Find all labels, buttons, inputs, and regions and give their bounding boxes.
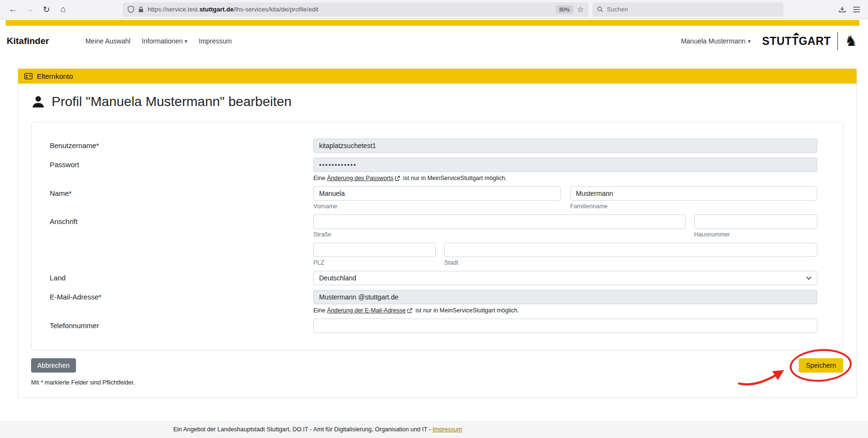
form-row-country: Land Deutschland [50, 271, 817, 285]
email-label: E-Mail-Adresse* [50, 290, 313, 314]
nav-item-impressum[interactable]: Impressum [199, 37, 232, 45]
zip-caption: PLZ [313, 259, 436, 266]
stuttgart-logo[interactable]: STUTTGART ♞ [762, 32, 857, 50]
phone-input[interactable] [313, 319, 817, 333]
lock-icon [138, 6, 144, 13]
elternkonto-card: Elternkonto Profil "Manuela Mustermann" … [18, 68, 857, 398]
housenumber-input[interactable] [694, 214, 817, 229]
card-header-title: Elternkonto [37, 72, 73, 80]
footer-text: Ein Angebot der Landeshauptstadt Stuttga… [173, 426, 433, 433]
home-icon: ⌂ [61, 4, 66, 14]
zoom-indicator[interactable]: 80% [556, 5, 573, 14]
required-fields-note: Mit * markierte Felder sind Pflichtfelde… [31, 379, 843, 386]
card-header: Elternkonto [18, 69, 857, 84]
profile-form: Benutzername* Passwort Eine Änderung des… [31, 122, 843, 351]
url-prefix: https://service.test. [148, 6, 199, 13]
country-select[interactable]: Deutschland [313, 271, 817, 285]
menu-icon[interactable] [853, 6, 860, 13]
search-input[interactable] [607, 6, 779, 13]
username-label: Benutzername* [50, 139, 313, 153]
chevron-down-icon [806, 276, 812, 280]
username-input [313, 139, 817, 153]
form-row-email: E-Mail-Adresse* Eine Änderung der E-Mail… [50, 290, 817, 314]
password-hint-suffix: ist nur in MeinServiceStuttgart möglich. [401, 175, 506, 182]
nav-item-label: Informationen [142, 37, 183, 45]
footer-impressum-link[interactable]: Impressum [433, 426, 462, 433]
firstname-input[interactable] [313, 186, 561, 201]
city-input[interactable] [444, 243, 817, 257]
address-label: Anschrift [50, 214, 313, 266]
nav-item-informationen[interactable]: Informationen▾ [142, 37, 187, 45]
person-icon [31, 95, 45, 109]
forward-button[interactable]: → [22, 2, 37, 17]
firstname-caption: Vorname [313, 203, 561, 210]
chevron-down-icon: ▾ [748, 38, 751, 44]
save-button-area: Speichern [799, 358, 843, 373]
city-caption: Stadt [444, 259, 817, 266]
name-label: Name* [50, 186, 313, 210]
search-bar[interactable] [592, 2, 783, 17]
user-menu[interactable]: Manuela Mustermann▾ [681, 37, 750, 45]
site-navbar: Kitafinder Meine Auswahl Informationen▾ … [0, 26, 868, 56]
footer-text-container: Ein Angebot der Landeshauptstadt Stuttga… [0, 426, 635, 433]
reload-icon: ↻ [43, 4, 50, 15]
home-button[interactable]: ⌂ [56, 2, 70, 17]
page-title: Profil "Manuela Mustermann" bearbeiten [31, 94, 843, 109]
password-change-link[interactable]: Änderung des Passworts [327, 175, 394, 182]
nav-links: Meine Auswahl Informationen▾ Impressum [86, 37, 232, 45]
country-label: Land [50, 271, 313, 285]
password-input [313, 158, 817, 172]
user-name: Manuela Mustermann [681, 37, 745, 45]
email-hint-prefix: Eine [313, 307, 327, 314]
url-path: /lhs-services/kita/de/profile/edit [234, 6, 319, 13]
cancel-button[interactable]: Abbrechen [31, 358, 76, 373]
card-body: Profil "Manuela Mustermann" bearbeiten B… [18, 84, 857, 397]
star-icon: ☆ [577, 5, 584, 13]
street-input[interactable] [313, 214, 686, 229]
search-icon [597, 6, 603, 12]
main-content: Elternkonto Profil "Manuela Mustermann" … [0, 56, 868, 398]
email-hint-suffix: ist nur in MeinServiceStuttgart möglich. [414, 307, 519, 314]
form-row-name: Name* Vorname Familienname [50, 186, 817, 210]
id-card-icon [24, 73, 32, 79]
form-row-address: Anschrift Straße Hausnummer [50, 214, 817, 266]
form-row-username: Benutzername* [50, 139, 817, 153]
stuttgart-logo-mark [793, 32, 800, 35]
external-link-icon [407, 308, 412, 313]
back-button[interactable]: ← [6, 2, 20, 17]
toolbar-right-icons [838, 6, 862, 13]
lastname-input[interactable] [570, 186, 818, 201]
browser-toolbar: ← → ↻ ⌂ https://service.test.stuttgart.d… [0, 0, 868, 19]
email-change-link[interactable]: Änderung der E-Mail-Adresse [327, 307, 406, 314]
lastname-caption: Familienname [570, 203, 818, 210]
form-row-password: Passwort Eine Änderung des Passworts ist… [50, 158, 817, 182]
shield-icon [128, 6, 134, 13]
external-link-icon [395, 176, 400, 181]
email-input [313, 290, 817, 304]
url-bar[interactable]: https://service.test.stuttgart.de/lhs-se… [123, 2, 589, 17]
brand-kitafinder[interactable]: Kitafinder [7, 36, 49, 46]
stuttgart-wordmark: STUTTGART [762, 35, 831, 48]
password-label: Passwort [50, 158, 313, 182]
email-hint: Eine Änderung der E-Mail-Adresse ist nur… [313, 307, 817, 314]
url-domain: stuttgart.de [199, 6, 234, 13]
page-title-text: Profil "Manuela Mustermann" bearbeiten [52, 94, 291, 109]
bookmark-star-button[interactable]: ☆ [577, 5, 584, 14]
url-text: https://service.test.stuttgart.de/lhs-se… [148, 6, 552, 13]
nav-item-label: Meine Auswahl [86, 37, 130, 45]
street-caption: Straße [313, 231, 686, 238]
nav-item-meine-auswahl[interactable]: Meine Auswahl [86, 37, 130, 45]
phone-label: Telefonnummer [50, 319, 313, 333]
forward-icon: → [25, 4, 34, 14]
password-hint: Eine Änderung des Passworts ist nur in M… [313, 175, 817, 182]
country-selected-value: Deutschland [319, 274, 356, 282]
back-icon: ← [9, 4, 17, 14]
navbar-right: Manuela Mustermann▾ STUTTGART ♞ [681, 32, 857, 50]
zip-input[interactable] [313, 243, 436, 257]
reload-button[interactable]: ↻ [39, 2, 54, 17]
save-button[interactable]: Speichern [799, 358, 843, 373]
page-accent-strip [6, 20, 859, 26]
logo-divider [837, 32, 838, 50]
save-page-icon[interactable] [838, 6, 846, 13]
form-row-phone: Telefonnummer [50, 319, 817, 333]
